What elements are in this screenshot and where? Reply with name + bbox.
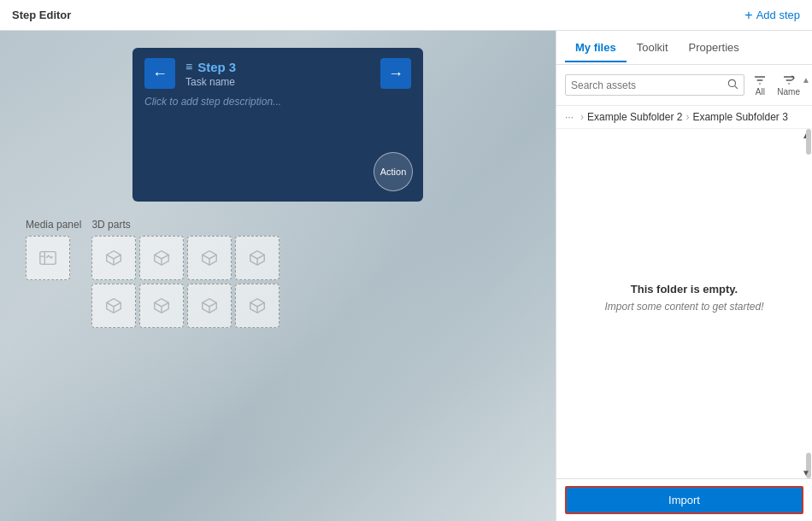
media-grid <box>26 236 81 280</box>
tab-properties[interactable]: Properties <box>679 34 750 62</box>
scroll-arrow-down[interactable]: ▼ <box>800 466 812 478</box>
next-step-button[interactable]: → <box>380 58 411 89</box>
plus-icon: + <box>744 9 752 22</box>
scroll-track: ▲ ▼ <box>805 129 812 478</box>
step-info: ≡ Step 3 Task name <box>182 60 374 88</box>
media-panel: Media panel <box>26 219 81 280</box>
tab-my-files[interactable]: My files <box>565 34 627 62</box>
step-list-icon: ≡ <box>185 60 192 73</box>
breadcrumb: ··· › Example Subfolder 2 › Example Subf… <box>556 106 812 129</box>
canvas-content: ← ≡ Step 3 Task name → Click to add step… <box>0 31 556 345</box>
part-slot-7[interactable] <box>187 284 232 328</box>
step-card: ← ≡ Step 3 Task name → Click to add step… <box>132 48 423 202</box>
empty-state-title: This folder is empty. <box>631 283 738 296</box>
page-title: Step Editor <box>12 9 71 21</box>
breadcrumb-item-2[interactable]: Example Subfolder 3 <box>692 111 787 123</box>
import-bar: Import <box>556 478 812 521</box>
part-slot-2[interactable] <box>139 236 184 280</box>
add-step-button[interactable]: + Add step <box>744 9 800 22</box>
step-card-header: ← ≡ Step 3 Task name → <box>132 48 423 96</box>
parts-panel-label: 3D parts <box>91 219 279 231</box>
search-input[interactable] <box>571 79 723 91</box>
tabs-row: My files Toolkit Properties <box>556 31 812 65</box>
step-task-label: Task name <box>185 76 370 88</box>
part-slot-5[interactable] <box>91 284 136 328</box>
prev-step-button[interactable]: ← <box>144 58 175 89</box>
import-button[interactable]: Import <box>565 486 803 514</box>
part-slot-3[interactable] <box>187 236 232 280</box>
filter-all-label: All <box>756 87 765 97</box>
empty-state: This folder is empty. Import some conten… <box>556 129 812 478</box>
svg-rect-0 <box>40 252 56 265</box>
step-name: ≡ Step 3 <box>185 60 370 74</box>
canvas-panel: ← ≡ Step 3 Task name → Click to add step… <box>0 31 556 521</box>
action-button[interactable]: Action <box>374 152 413 191</box>
files-scroll-area: This folder is empty. Import some conten… <box>556 129 812 478</box>
breadcrumb-item-1[interactable]: Example Subfolder 2 <box>587 111 682 123</box>
filter-name-label: Name <box>777 87 800 97</box>
breadcrumb-sep-1: › <box>580 111 584 123</box>
part-slot-8[interactable] <box>235 284 279 328</box>
part-slot-4[interactable] <box>235 236 279 280</box>
filter-all-button[interactable]: All <box>750 72 770 98</box>
search-icon <box>727 78 738 92</box>
next-arrow-icon: → <box>388 65 403 83</box>
parts-panel: 3D parts <box>91 219 279 328</box>
empty-state-subtitle: Import some content to get started! <box>604 301 763 313</box>
breadcrumb-dots[interactable]: ··· <box>565 111 574 123</box>
search-filter-row: All Name <box>556 65 812 106</box>
asset-panels: Media panel 3D parts <box>26 219 530 328</box>
action-label: Action <box>380 167 407 177</box>
main-layout: ← ≡ Step 3 Task name → Click to add step… <box>0 31 812 521</box>
filter-buttons: All Name <box>750 72 803 98</box>
add-step-label: Add step <box>756 9 800 21</box>
svg-line-2 <box>735 86 738 89</box>
scroll-thumb-top[interactable] <box>806 129 811 155</box>
right-panel: My files Toolkit Properties All <box>556 31 812 521</box>
tab-toolkit[interactable]: Toolkit <box>627 34 679 62</box>
scroll-up-arrow[interactable]: ▲ <box>802 75 810 85</box>
part-slot-6[interactable] <box>139 284 184 328</box>
media-panel-label: Media panel <box>26 219 81 231</box>
top-bar: Step Editor + Add step <box>0 0 812 31</box>
prev-arrow-icon: ← <box>152 65 168 83</box>
search-box[interactable] <box>565 74 744 96</box>
filter-name-button[interactable]: Name <box>774 72 803 98</box>
media-slot-1[interactable] <box>26 236 70 280</box>
part-slot-1[interactable] <box>91 236 136 280</box>
svg-point-1 <box>729 79 736 86</box>
breadcrumb-sep-2: › <box>685 111 689 123</box>
parts-grid <box>91 236 279 328</box>
